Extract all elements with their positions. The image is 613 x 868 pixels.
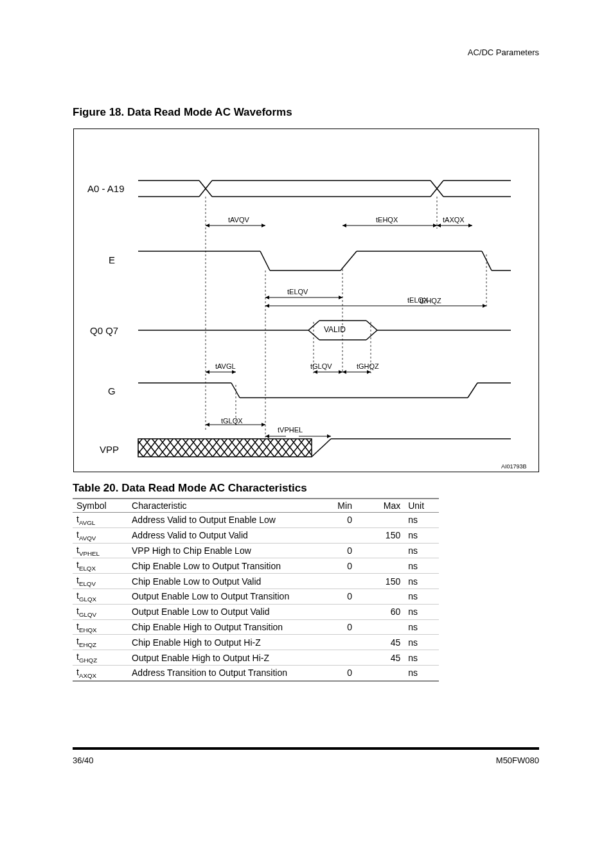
cell-char: Chip Enable High to Output Transition (128, 619, 308, 635)
cell-min (308, 650, 356, 666)
svg-line-22 (366, 321, 377, 330)
cell-max (356, 589, 404, 604)
cell-char: Address Transition to Output Transition (128, 665, 308, 680)
svg-line-15 (482, 251, 492, 270)
cell-char: Chip Enable Low to Output Transition (128, 558, 308, 574)
svg-line-23 (366, 330, 377, 340)
figure-title: Figure 18. Data Read Mode AC Waveforms (73, 106, 292, 119)
cell-unit: ns (404, 513, 439, 528)
header-right: AC/DC Parameters (468, 48, 539, 57)
cell-min: 0 (308, 558, 356, 574)
cell-min: 0 (308, 665, 356, 680)
table-row: tGHQZOutput Enable High to Output Hi-Z45… (73, 650, 439, 666)
cell-symbol: tAVQV (73, 527, 128, 543)
cell-symbol: tELQX (73, 558, 128, 574)
cell-char: Chip Enable Low to Output Valid (128, 574, 308, 589)
cell-symbol: tELQV (73, 574, 128, 589)
cell-unit: ns (404, 574, 439, 589)
svg-line-13 (341, 251, 357, 270)
cell-unit: ns (404, 619, 439, 635)
svg-line-18 (308, 321, 319, 330)
cell-max: 45 (356, 650, 404, 666)
cell-symbol: tAVGL (73, 513, 128, 528)
cell-char: VPP High to Chip Enable Low (128, 543, 308, 558)
cell-unit: ns (404, 589, 439, 604)
cell-min (308, 635, 356, 650)
cell-char: Output Enable High to Output Hi-Z (128, 650, 308, 666)
cell-unit: ns (404, 558, 439, 574)
cell-min (308, 604, 356, 619)
table-row: tVPHELVPP High to Chip Enable Low0ns (73, 543, 439, 558)
cell-max (356, 558, 404, 574)
cell-unit: ns (404, 543, 439, 558)
footer-rule (73, 747, 539, 750)
cell-symbol: tGHQZ (73, 650, 128, 666)
th-unit: Unit (404, 499, 439, 513)
cell-unit: ns (404, 650, 439, 666)
cell-symbol: tVPHEL (73, 543, 128, 558)
cell-char: Output Enable Low to Output Valid (128, 604, 308, 619)
footer-doc-id: M50FW080 (496, 756, 539, 765)
cell-max: 45 (356, 635, 404, 650)
cell-min: 0 (308, 513, 356, 528)
cell-max (356, 543, 404, 558)
svg-line-19 (308, 330, 319, 340)
cell-max: 60 (356, 604, 404, 619)
cell-max (356, 513, 404, 528)
cell-min (308, 574, 356, 589)
cell-min: 0 (308, 619, 356, 635)
cell-symbol: tEHQZ (73, 635, 128, 650)
page: AC/DC Parameters Figure 18. Data Read Mo… (0, 0, 613, 868)
cell-max: 150 (356, 527, 404, 543)
cell-char: Address Valid to Output Enable Low (128, 513, 308, 528)
cell-unit: ns (404, 635, 439, 650)
table-row: tEHQXChip Enable High to Output Transiti… (73, 619, 439, 635)
cell-max (356, 665, 404, 680)
table-row: tAXQXAddress Transition to Output Transi… (73, 665, 439, 680)
svg-line-28 (468, 383, 477, 398)
cell-symbol: tGLQV (73, 604, 128, 619)
th-min: Min (308, 499, 356, 513)
table-row: tELQXChip Enable Low to Output Transitio… (73, 558, 439, 574)
table-body: tAVGLAddress Valid to Output Enable Low0… (73, 513, 439, 681)
cell-unit: ns (404, 527, 439, 543)
cell-char: Chip Enable High to Output Hi-Z (128, 635, 308, 650)
footer-page-number: 36/40 (73, 756, 94, 765)
th-char: Characteristic (128, 499, 308, 513)
table-row: tAVGLAddress Valid to Output Enable Low0… (73, 513, 439, 528)
cell-unit: ns (404, 604, 439, 619)
svg-rect-30 (138, 439, 312, 457)
cell-min (308, 527, 356, 543)
table-header-row: Symbol Characteristic Min Max Unit (73, 499, 439, 513)
cell-min: 0 (308, 589, 356, 604)
page-header: AC/DC Parameters (73, 48, 539, 57)
cell-symbol: tEHQX (73, 619, 128, 635)
th-max: Max (356, 499, 404, 513)
th-symbol: Symbol (73, 499, 128, 513)
cell-max (356, 619, 404, 635)
svg-line-31 (312, 439, 331, 457)
table-row: tELQVChip Enable Low to Output Valid150n… (73, 574, 439, 589)
cell-char: Output Enable Low to Output Transition (128, 589, 308, 604)
table-title: Table 20. Data Read Mode AC Characterist… (73, 482, 307, 495)
table-row: tEHQZChip Enable High to Output Hi-Z45ns (73, 635, 439, 650)
table-row: tAVQVAddress Valid to Output Valid150ns (73, 527, 439, 543)
cell-char: Address Valid to Output Valid (128, 527, 308, 543)
timing-diagram: A0 - A19 E Q0 Q7 G VPP VALID tAVQV tEHQX… (73, 128, 539, 472)
svg-line-26 (231, 383, 240, 398)
cell-symbol: tAXQX (73, 665, 128, 680)
timing-table: Symbol Characteristic Min Max Unit tAVGL… (73, 498, 439, 682)
cell-min: 0 (308, 543, 356, 558)
table-row: tGLQVOutput Enable Low to Output Valid60… (73, 604, 439, 619)
cell-unit: ns (404, 665, 439, 680)
svg-text:AI01793B: AI01793B (501, 463, 527, 470)
timing-diagram-svg: AI01793B (74, 129, 540, 473)
cell-symbol: tGLQX (73, 589, 128, 604)
svg-line-11 (260, 251, 270, 270)
cell-max: 150 (356, 574, 404, 589)
table-row: tGLQXOutput Enable Low to Output Transit… (73, 589, 439, 604)
